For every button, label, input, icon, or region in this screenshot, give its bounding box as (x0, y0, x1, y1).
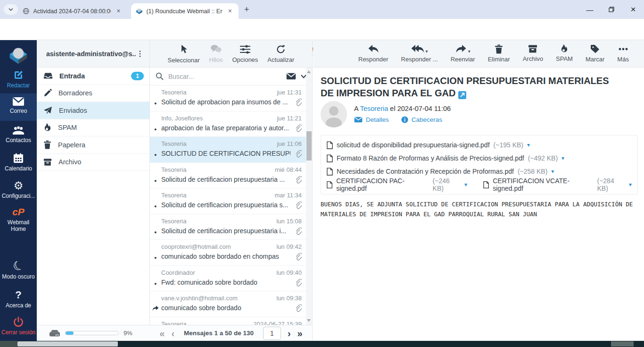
attachment-name[interactable]: solicitud de disponibilidad presupuestar… (337, 141, 490, 149)
search-input[interactable] (168, 73, 281, 80)
roundcube-logo (0, 44, 37, 66)
details-toggle[interactable]: Detalles (354, 116, 389, 123)
unread-dot-icon: ● (154, 204, 157, 209)
attachment-menu-caret-icon[interactable]: ▾ (527, 142, 530, 148)
folder-spam[interactable]: SPAM (37, 119, 149, 137)
list-scrollbar[interactable] (306, 68, 312, 325)
message-row[interactable]: Tesoreriamar 11:34 ●Solicitud de certifi… (150, 188, 306, 214)
attachment-size: (~195 KB) (494, 141, 523, 149)
nav-settings[interactable]: ⚙ Configuraci... (0, 180, 37, 199)
options-button[interactable]: Opciones (232, 44, 258, 63)
message-row[interactable]: Tesoreriamié 08:44 ●Solicitud de certifi… (150, 163, 306, 189)
folder-drafts[interactable]: Borradores (37, 85, 149, 102)
message-row[interactable]: cooprotexri@hotmail.comlun 09:42 ●comuni… (150, 240, 306, 266)
scope-mail-icon[interactable] (286, 73, 296, 80)
browser-toolbar: ← → webmail.sanjuan.gob.ec/cpsess1716951… (0, 19, 644, 40)
attachment-item[interactable]: Necesidades de Contratación y Recepción … (327, 165, 632, 178)
attachment-name[interactable]: CERTIFICACION VCATE-signed.pdf (493, 177, 593, 192)
horizontal-scrollbar-thumb[interactable] (17, 341, 118, 347)
message-row-selected[interactable]: Tesoreriajue 11:06 ●SOLICITUD DE CERTIFI… (150, 137, 306, 163)
threads-button[interactable]: Hilos (209, 44, 223, 63)
scroll-down-arrow[interactable] (307, 319, 311, 322)
page-number-input[interactable] (263, 327, 281, 340)
attachment-menu-caret-icon[interactable]: ▾ (551, 168, 554, 175)
reply-button[interactable]: Responder (358, 44, 388, 63)
nav-logout[interactable]: Cerrar sesión (0, 316, 37, 336)
scroll-up-arrow[interactable] (307, 70, 311, 73)
message-row[interactable]: Tesoreriajue 11:31 ●Solicitud de aprobac… (150, 85, 306, 111)
attachment-item[interactable]: CERTIFICACION VCATE-signed.pdf (~284 KB)… (483, 177, 632, 192)
account-menu-kebab[interactable]: ⋮ (136, 49, 144, 58)
list-toolbar: Seleccionar Hilos Opciones Actualizar (150, 40, 312, 68)
message-list-column: Seleccionar Hilos Opciones Actualizar Te… (150, 40, 313, 325)
paperclip-icon (294, 201, 302, 209)
message-row[interactable]: Tesoreria2024-06-27 15:39 (150, 317, 306, 325)
compose-icon (13, 69, 24, 81)
folder-sent[interactable]: Enviados (37, 102, 149, 119)
attachment-menu-caret-icon[interactable]: ▾ (561, 155, 564, 161)
restore-button[interactable] (601, 0, 622, 19)
more-button[interactable]: Más (617, 44, 629, 63)
pencil-icon (43, 89, 52, 97)
headers-toggle[interactable]: Cabeceras (401, 116, 442, 123)
browser-tab-roundcube[interactable]: (1) Roundcube Webmail :: Envia × (131, 3, 239, 19)
nav-about[interactable]: ? Acerca de (0, 289, 37, 309)
spam-button[interactable]: SPAM (556, 44, 573, 62)
attachment-name[interactable]: Formato 8 Razón de Proformas y Análisis … (337, 154, 524, 162)
message-row[interactable]: Tesorerialun 15:08 ●Solicitud de certifi… (150, 214, 306, 240)
nav-compose[interactable]: Redactar (0, 69, 37, 89)
prev-page-button[interactable]: ‹ (171, 329, 174, 338)
browser-tab-activity[interactable]: Actividad 2024-07-04 08:00:00 × (18, 3, 127, 19)
nav-contacts[interactable]: Contactos (0, 125, 37, 144)
cpanel-logo-icon: cP (0, 206, 37, 218)
archive-button[interactable]: Archivo (523, 44, 543, 62)
close-icon[interactable]: × (115, 7, 123, 16)
msg-subject: aprobacion de la fase preparatoria y aut… (161, 124, 290, 132)
next-page-button[interactable]: › (288, 329, 291, 338)
attachment-menu-caret-icon[interactable]: ▾ (464, 181, 467, 188)
attachment-name[interactable]: CERTIFICACION PAC-signed.pdf (336, 177, 429, 192)
nav-mail[interactable]: Correo (0, 97, 37, 114)
message-rows: Tesoreriajue 11:31 ●Solicitud de aprobac… (150, 85, 306, 325)
select-button[interactable]: Seleccionar (168, 44, 200, 64)
recipient-link[interactable]: Tesoreria (360, 105, 388, 112)
attachment-item[interactable]: Formato 8 Razón de Proformas y Análisis … (327, 152, 632, 165)
nav-webmail-home[interactable]: cP Webmail Home (0, 206, 37, 232)
close-icon[interactable]: × (226, 7, 234, 16)
message-toolbar: Responder ▾ Responder ... ▾ Reenviar Eli… (313, 40, 644, 68)
new-tab-button[interactable]: + (244, 5, 249, 15)
folder-archive[interactable]: Archivo (37, 154, 149, 171)
folder-trash[interactable]: Papelera (37, 136, 149, 154)
forward-button-toolbar[interactable]: ▾ Reenviar (451, 44, 475, 63)
reply-icon (368, 44, 379, 54)
attachment-item[interactable]: solicitud de disponibilidad presupuestar… (327, 138, 632, 152)
attachment-item[interactable]: CERTIFICACION PAC-signed.pdf (~246 KB) ▾ (327, 177, 467, 192)
inbox-icon (43, 72, 53, 79)
msg-date: mié 08:44 (275, 166, 302, 173)
attachment-name[interactable]: Necesidades de Contratación y Recepción … (337, 168, 514, 175)
attachment-menu-caret-icon[interactable]: ▾ (629, 181, 632, 188)
horizontal-scrollbar[interactable] (0, 341, 644, 347)
close-window-button[interactable]: × (622, 0, 644, 19)
list-footer-bar: 9% « ‹ Mensajes 1 a 50 de 130 › » (37, 325, 313, 341)
last-page-button[interactable]: » (297, 329, 303, 338)
refresh-icon (276, 44, 286, 54)
recipient-line: A Tesoreria el 2024-07-04 11:06 (354, 105, 451, 112)
mark-button[interactable]: Marcar (586, 44, 604, 63)
minimize-button[interactable]: — (579, 0, 601, 19)
threads-icon (210, 44, 222, 54)
first-page-button[interactable]: « (159, 329, 165, 338)
message-row[interactable]: Info, Josefloresjue 11:21 ●aprobacion de… (150, 111, 306, 137)
message-row[interactable]: Coordinadorlun 09:40 ●Fwd: comunicado so… (150, 266, 306, 292)
delete-button[interactable]: Eliminar (488, 44, 510, 63)
nav-dark-mode[interactable]: ☾ Modo oscuro (0, 260, 37, 280)
folder-inbox[interactable]: Entrada 1 (37, 68, 149, 85)
message-row[interactable]: vane.v.joshtin@hotmail.comlun 09:38 comu… (150, 291, 306, 317)
nav-calendar[interactable]: Calendario (0, 152, 37, 172)
refresh-button[interactable]: Actualizar (267, 44, 294, 63)
reply-all-button[interactable]: ▾ Responder ... (401, 44, 438, 63)
tab-search-button[interactable] (4, 4, 18, 15)
roundcube-favicon (136, 8, 142, 15)
scrollbar-thumb[interactable] (306, 131, 312, 161)
open-in-new-window-icon[interactable] (458, 91, 466, 99)
